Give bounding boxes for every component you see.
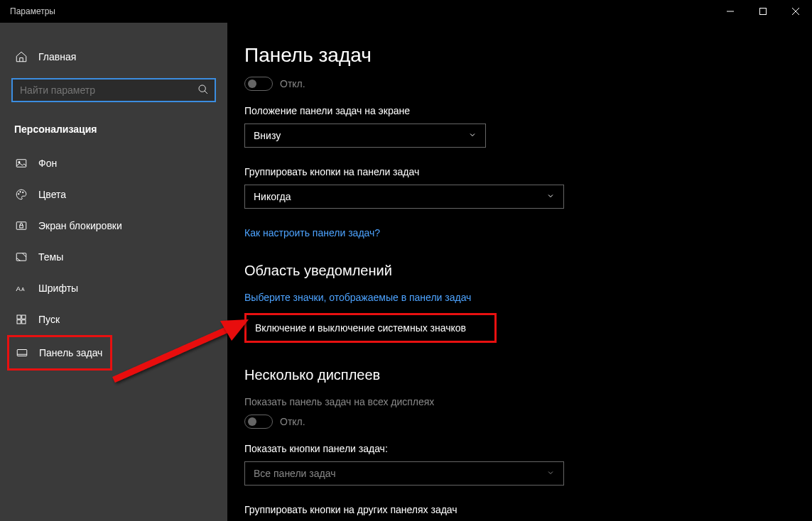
select-icons-link[interactable]: Выберите значки, отображаемые в панели з…: [244, 292, 784, 303]
svg-point-9: [20, 192, 21, 193]
sidebar-item-taskbar[interactable]: Панель задач: [7, 335, 112, 371]
fonts-icon: AA: [14, 281, 28, 295]
svg-rect-13: [16, 253, 26, 261]
home-nav[interactable]: Главная: [11, 44, 216, 70]
chevron-down-icon: [546, 467, 555, 480]
displays-heading: Несколько дисплеев: [244, 367, 784, 383]
svg-line-5: [205, 91, 207, 94]
svg-rect-1: [760, 9, 767, 15]
content-panel: Панель задач Откл. Положение панели зада…: [227, 23, 812, 521]
group-other-label: Группировать кнопки на других панелях за…: [244, 504, 784, 515]
window-controls: [714, 0, 812, 23]
sidebar-item-label: Цвета: [38, 189, 66, 200]
configure-link[interactable]: Как настроить панели задач?: [244, 227, 784, 238]
toggle-row-1: Откл.: [244, 77, 784, 91]
chevron-down-icon: [468, 129, 477, 142]
sidebar-item-lockscreen[interactable]: Экран блокировки: [11, 210, 216, 241]
picture-icon: [14, 156, 28, 170]
titlebar: Параметры: [0, 0, 812, 23]
notification-heading: Область уведомлений: [244, 263, 784, 279]
sidebar-item-label: Панель задач: [39, 347, 102, 358]
sidebar-item-label: Темы: [38, 251, 63, 263]
toggle-row-2: Откл.: [244, 415, 784, 429]
sidebar-item-colors[interactable]: Цвета: [11, 179, 216, 210]
close-button[interactable]: [779, 0, 812, 23]
sidebar: Главная Персонализация Фон Цвета: [0, 23, 227, 521]
taskbar-icon: [15, 346, 29, 360]
group-value: Никогда: [254, 191, 291, 202]
svg-point-10: [23, 192, 24, 193]
search-box: [11, 78, 216, 102]
group-dropdown[interactable]: Никогда: [244, 185, 564, 209]
toggle-1-label: Откл.: [280, 78, 305, 89]
sidebar-item-fonts[interactable]: AA Шрифты: [11, 273, 216, 304]
svg-rect-17: [22, 315, 26, 319]
search-input[interactable]: [11, 78, 216, 102]
window-title: Параметры: [0, 6, 55, 16]
svg-text:A: A: [21, 287, 25, 292]
svg-rect-18: [17, 320, 21, 324]
maximize-button[interactable]: [747, 0, 779, 23]
svg-rect-16: [17, 315, 21, 319]
sidebar-item-label: Экран блокировки: [38, 220, 122, 231]
palette-icon: [14, 187, 28, 202]
chevron-down-icon: [546, 190, 555, 203]
show-all-label: Показать панель задач на всех дисплеях: [244, 396, 784, 407]
themes-icon: [14, 250, 28, 264]
toggle-2[interactable]: [244, 415, 273, 429]
svg-text:A: A: [16, 285, 21, 292]
position-dropdown[interactable]: Внизу: [244, 124, 486, 148]
sidebar-nav-list: Фон Цвета Экран блокировки Темы AA Шрифт…: [11, 148, 216, 371]
svg-point-4: [199, 85, 205, 92]
svg-rect-19: [22, 320, 26, 324]
search-icon: [197, 84, 209, 98]
svg-rect-6: [16, 160, 26, 168]
sidebar-item-label: Шрифты: [38, 283, 78, 294]
sidebar-section-title: Персонализация: [11, 119, 216, 148]
sidebar-item-start[interactable]: Пуск: [11, 304, 216, 335]
show-buttons-value: Все панели задач: [254, 468, 335, 479]
svg-rect-20: [17, 350, 27, 356]
svg-point-7: [18, 161, 20, 163]
toggle-1[interactable]: [244, 77, 273, 91]
svg-point-8: [18, 194, 20, 195]
lockscreen-icon: [14, 219, 28, 233]
toggle-2-label: Откл.: [280, 416, 305, 427]
group-label: Группировать кнопки на панели задач: [244, 166, 784, 177]
start-icon: [14, 312, 28, 327]
show-buttons-dropdown[interactable]: Все панели задач: [244, 461, 564, 486]
svg-rect-12: [20, 225, 23, 228]
show-buttons-label: Показать кнопки панели задач:: [244, 443, 784, 454]
home-label: Главная: [38, 51, 76, 62]
position-label: Положение панели задач на экране: [244, 105, 784, 116]
system-icons-link[interactable]: Включение и выключение системных значков: [244, 313, 497, 343]
sidebar-item-background[interactable]: Фон: [11, 148, 216, 179]
page-title: Панель задач: [244, 44, 784, 67]
sidebar-item-label: Фон: [38, 158, 57, 169]
position-value: Внизу: [254, 130, 281, 141]
home-icon: [14, 50, 28, 64]
sidebar-item-label: Пуск: [38, 314, 60, 325]
sidebar-item-themes[interactable]: Темы: [11, 241, 216, 273]
minimize-button[interactable]: [714, 0, 747, 23]
